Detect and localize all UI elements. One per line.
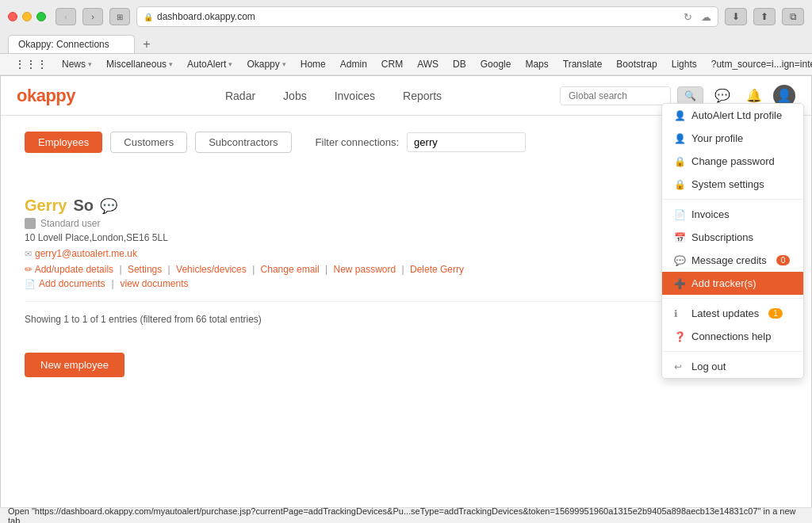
close-button[interactable] (8, 12, 17, 21)
dropdown-autoalert-profile[interactable]: 👤 AutoAlert Ltd profile (662, 104, 803, 127)
bookmark-news-label: News (62, 59, 86, 70)
chevron-down-icon: ▾ (169, 60, 173, 68)
page-content: Employees Customers Subcontractors Filte… (1, 116, 811, 522)
dropdown-help-label: Connections help (691, 330, 771, 342)
dropdown-tracker-label: Add tracker(s) (691, 277, 756, 289)
okappy-logo[interactable]: okappy (17, 86, 75, 106)
action-vehicles[interactable]: Vehicles/devices (176, 264, 247, 275)
app-container: okappy Radar Jobs Invoices Reports 🔍 💬 🔔… (0, 75, 812, 523)
new-employee-button[interactable]: New employee (25, 353, 124, 377)
bookmark-lights[interactable]: Lights (665, 57, 703, 71)
bookmark-utm[interactable]: ?utm_source=i...ign=internal (705, 57, 812, 71)
dropdown-logout-label: Log out (691, 361, 726, 372)
bookmark-crm[interactable]: CRM (375, 57, 409, 71)
dropdown-autoalert-label: AutoAlert Ltd profile (691, 109, 782, 121)
nav-reports[interactable]: Reports (391, 86, 454, 106)
message-icon: 💬 (674, 255, 685, 266)
dropdown-settings-label: System settings (691, 178, 764, 190)
user-dropdown-menu: 👤 AutoAlert Ltd profile 👤 Your profile 🔒… (661, 103, 804, 379)
chevron-down-icon: ▾ (282, 60, 286, 68)
dropdown-divider-3 (662, 351, 803, 352)
bookmark-apps[interactable]: ⋮⋮⋮ (8, 56, 54, 72)
filter-input[interactable] (407, 132, 526, 152)
action-view-docs[interactable]: view documents (121, 278, 189, 289)
employee-role-text: Standard user (40, 218, 100, 229)
traffic-lights (8, 12, 46, 21)
minimize-button[interactable] (22, 12, 32, 21)
status-text: Open "https://dashboard.okappy.com/myaut… (8, 506, 804, 524)
action-update-details[interactable]: Add/update details (35, 264, 113, 275)
search-button[interactable]: 🔍 (677, 86, 703, 105)
bookmark-news[interactable]: News ▾ (56, 57, 98, 71)
address-bar[interactable]: 🔒 dashboard.okappy.com ↻ ☁ (136, 6, 718, 27)
maximize-button[interactable] (36, 12, 46, 21)
global-search-input[interactable] (560, 86, 671, 105)
add-tab-button[interactable]: + (138, 36, 155, 53)
bookmark-okappy[interactable]: Okappy ▾ (240, 57, 292, 71)
main-nav: Radar Jobs Invoices Reports (107, 86, 560, 106)
bookmark-home[interactable]: Home (294, 57, 332, 71)
tab-customers[interactable]: Customers (110, 132, 187, 153)
reload-icon[interactable]: ↻ (684, 11, 692, 23)
action-new-password[interactable]: New password (333, 264, 396, 275)
dropdown-password-label: Change password (691, 155, 775, 167)
bookmark-miscellaneous[interactable]: Miscellaneous ▾ (100, 57, 179, 71)
bookmarks-bar: ⋮⋮⋮ News ▾ Miscellaneous ▾ AutoAlert ▾ O… (0, 54, 812, 75)
file-icon: 📄 (25, 279, 36, 289)
bookmark-bootstrap[interactable]: Bootstrap (610, 57, 663, 71)
bookmark-misc-label: Miscellaneous (106, 59, 167, 70)
back-button[interactable]: ‹ (56, 8, 76, 25)
dropdown-system-settings[interactable]: 🔒 System settings (662, 173, 803, 196)
dropdown-profile-label: Your profile (691, 132, 743, 144)
pencil-icon: ✏ (25, 264, 33, 275)
bookmark-admin[interactable]: Admin (334, 57, 373, 71)
bookmark-translate[interactable]: Translate (557, 57, 609, 71)
forward-button[interactable]: › (82, 8, 103, 25)
calendar-icon: 📅 (674, 232, 685, 243)
dropdown-your-profile[interactable]: 👤 Your profile (662, 127, 803, 150)
action-change-email[interactable]: Change email (261, 264, 320, 275)
dropdown-latest-updates[interactable]: ℹ Latest updates 1 (662, 302, 803, 325)
sidebar-toggle[interactable]: ⊞ (109, 8, 130, 25)
bookmark-aws[interactable]: AWS (411, 57, 445, 71)
bookmark-db[interactable]: DB (446, 57, 473, 71)
download-button[interactable]: ⬇ (725, 8, 747, 25)
action-add-docs[interactable]: Add documents (39, 278, 105, 289)
action-settings[interactable]: Settings (128, 264, 162, 275)
dropdown-message-credits[interactable]: 💬 Message credits 0 (662, 249, 803, 272)
address-text: dashboard.okappy.com (157, 11, 255, 22)
dropdown-logout[interactable]: ↩ Log out (662, 355, 803, 378)
dropdown-invoices[interactable]: 📄 Invoices (662, 203, 803, 226)
logout-icon: ↩ (674, 361, 685, 372)
person-icon: 👤 (674, 110, 685, 121)
bookmark-autoalert-label: AutoAlert (187, 59, 226, 70)
dropdown-add-tracker[interactable]: ➕ Add tracker(s) (662, 272, 803, 295)
bookmark-maps[interactable]: Maps (519, 57, 554, 71)
chevron-down-icon: ▾ (88, 60, 92, 68)
credits-badge: 0 (776, 255, 791, 265)
dropdown-change-password[interactable]: 🔒 Change password (662, 150, 803, 173)
tab-employees[interactable]: Employees (25, 132, 102, 153)
newtab-button[interactable]: ⧉ (782, 8, 804, 25)
dropdown-subscriptions[interactable]: 📅 Subscriptions (662, 226, 803, 249)
updates-badge: 1 (768, 308, 783, 319)
tab-bar: Okappy: Connections + (0, 32, 812, 53)
invoices-icon: 📄 (674, 209, 685, 220)
nav-jobs[interactable]: Jobs (271, 86, 319, 106)
employee-message-icon[interactable]: 💬 (100, 197, 117, 215)
active-tab[interactable]: Okappy: Connections (8, 35, 135, 53)
share-button[interactable]: ⬆ (753, 8, 776, 25)
person-icon: 👤 (674, 133, 685, 144)
tab-subcontractors[interactable]: Subcontractors (195, 132, 291, 153)
action-delete[interactable]: Delete Gerry (410, 264, 464, 275)
nav-radar[interactable]: Radar (213, 86, 267, 106)
dropdown-connections-help[interactable]: ❓ Connections help (662, 325, 803, 348)
nav-invoices[interactable]: Invoices (323, 86, 387, 106)
help-icon: ❓ (674, 331, 685, 342)
employee-email-link[interactable]: gerry1@autoalert.me.uk (35, 248, 137, 259)
lock-icon: 🔒 (674, 179, 685, 190)
bookmark-google[interactable]: Google (474, 57, 518, 71)
bookmark-autoalert[interactable]: AutoAlert ▾ (181, 57, 239, 71)
envelope-icon: ✉ (25, 249, 32, 259)
employee-first-name: Gerry (25, 197, 67, 215)
